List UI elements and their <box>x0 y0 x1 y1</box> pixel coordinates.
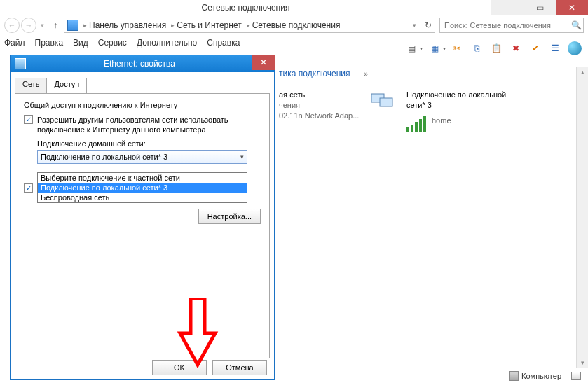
address-dropdown[interactable]: ▾ <box>413 22 416 29</box>
diag-button[interactable]: тика подключения <box>279 69 350 78</box>
computer-icon <box>509 371 519 381</box>
monitors-icon <box>370 90 395 115</box>
settings-button[interactable]: Настройка... <box>198 209 261 224</box>
crumb-3[interactable]: Сетевые подключения <box>252 20 341 30</box>
status-text: Компьютер <box>521 372 561 380</box>
menu-service[interactable]: Сервис <box>98 38 127 48</box>
view-button[interactable]: ▦▾ <box>425 39 446 58</box>
dialog-close-button[interactable]: ✕ <box>252 55 275 70</box>
cut-icon[interactable]: ✂ <box>448 39 466 57</box>
dialog-title: Ethernet: свойства <box>30 59 249 69</box>
organize-button[interactable]: ▤▾ <box>402 39 423 58</box>
conn-name: ая сеть <box>279 90 359 100</box>
globe-icon[interactable] <box>566 39 584 57</box>
menu-help[interactable]: Справка <box>207 38 240 48</box>
search-box[interactable]: 🔍 <box>439 18 584 33</box>
delete-icon[interactable]: ✖ <box>507 39 525 57</box>
connections-area: ая сеть чения 02.11n Network Adap... Под… <box>279 90 517 132</box>
search-icon[interactable]: 🔍 <box>569 20 583 30</box>
dialog-titlebar[interactable]: Ethernet: свойства ✕ <box>11 55 274 72</box>
dropdown-option-3[interactable]: Беспроводная сеть <box>38 193 247 202</box>
home-connection-label: Подключение домашней сети: <box>37 139 261 148</box>
group-title: Общий доступ к подключению к Интернету <box>24 101 261 109</box>
tab-network[interactable]: Сеть <box>15 78 47 93</box>
status-bar: Компьютер <box>0 368 588 383</box>
connection-item-1[interactable]: ая сеть чения 02.11n Network Adap... <box>279 90 370 132</box>
menu-edit[interactable]: Правка <box>35 38 64 48</box>
location-icon <box>67 20 78 31</box>
tab-pane: Общий доступ к подключению к Интернету ✓… <box>15 93 270 358</box>
close-button[interactable]: ✕ <box>556 0 588 15</box>
command-overflow[interactable]: » <box>364 70 369 78</box>
signal-icon <box>406 115 426 132</box>
conn-network: home <box>432 116 451 126</box>
home-connection-select[interactable]: Подключение по локальной сети* 3 ▾ <box>37 150 247 164</box>
forward-button[interactable]: → <box>21 18 36 33</box>
window-titlebar: Сетевые подключения ─ ▭ ✕ <box>0 0 588 15</box>
menu-view[interactable]: Вид <box>73 38 88 48</box>
crumb-sep: ▸ <box>83 22 87 29</box>
refresh-button[interactable]: ↻ <box>425 20 432 30</box>
window-title: Сетевые подключения <box>0 3 491 13</box>
tab-access[interactable]: Доступ <box>46 78 87 93</box>
conn-device: 02.11n Network Adap... <box>279 111 359 121</box>
dialog-icon <box>15 58 26 69</box>
dropdown-option-2[interactable]: Подключение по локальной сети* 3 <box>38 183 247 193</box>
address-bar-row: ← → ▾ ↑ ▸ Панель управления ▸ Сеть и Инт… <box>0 15 588 35</box>
minimize-button[interactable]: ─ <box>491 0 524 15</box>
scroll-up[interactable]: ▴ <box>581 69 584 76</box>
maximize-button[interactable]: ▭ <box>524 0 556 15</box>
crumb-sep: ▸ <box>247 22 250 29</box>
address-bar[interactable]: ▸ Панель управления ▸ Сеть и Интернет ▸ … <box>64 18 435 33</box>
history-dropdown[interactable]: ▾ <box>41 22 44 29</box>
details-view-icon[interactable] <box>571 372 581 380</box>
scroll-down[interactable]: ▾ <box>581 359 584 366</box>
copy-icon[interactable]: ⎘ <box>467 39 486 57</box>
window-controls: ─ ▭ ✕ <box>491 0 588 15</box>
toolbar: ▤▾ ▦▾ ✂ ⎘ 📋 ✖ ✔ ☰ <box>402 39 584 58</box>
properties-icon[interactable]: ☰ <box>546 39 564 57</box>
dropdown-option-1[interactable]: Выберите подключение к частной сети <box>38 173 247 183</box>
address-right: ▾ ↻ <box>413 20 432 30</box>
menu-extra[interactable]: Дополнительно <box>137 38 197 48</box>
check-icon[interactable]: ✔ <box>526 39 545 57</box>
crumb-2[interactable]: Сеть и Интернет <box>177 20 241 30</box>
up-button[interactable]: ↑ <box>50 20 61 31</box>
properties-dialog: Ethernet: свойства ✕ Сеть Доступ Общий д… <box>10 55 275 380</box>
conn-name: Подключение по локальной <box>406 90 506 100</box>
back-button[interactable]: ← <box>4 18 20 33</box>
conn-name2: сети* 3 <box>406 100 506 111</box>
dialog-tabs: Сеть Доступ <box>15 78 270 93</box>
connection-item-2[interactable]: Подключение по локальной сети* 3 home <box>370 90 517 132</box>
chevron-down-icon: ▾ <box>240 153 244 160</box>
crumb-sep: ▸ <box>171 22 175 29</box>
svg-rect-1 <box>380 98 392 106</box>
checkbox-allow-control[interactable]: ✓ <box>24 183 33 193</box>
paste-icon[interactable]: 📋 <box>487 39 505 57</box>
crumb-1[interactable]: Панель управления <box>89 20 166 30</box>
menu-file[interactable]: Файл <box>4 38 25 48</box>
command-bar: тика подключения » <box>279 69 368 78</box>
checkbox-allow-sharing-label: Разрешить другим пользователям сети испо… <box>37 115 261 135</box>
checkbox-allow-sharing[interactable]: ✓ <box>24 115 33 124</box>
conn-status: чения <box>279 100 359 111</box>
search-input[interactable] <box>443 20 569 30</box>
select-value: Подключение по локальной сети* 3 <box>41 153 167 161</box>
vertical-scrollbar[interactable]: ▴ ▾ <box>576 67 588 368</box>
home-connection-dropdown: Выберите подключение к частной сети Подк… <box>37 172 247 203</box>
